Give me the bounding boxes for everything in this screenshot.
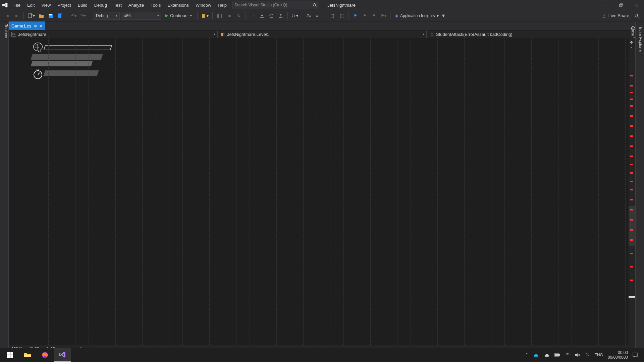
- tray-language-indicator[interactable]: ENG: [594, 353, 603, 357]
- next-bookmark-button[interactable]: ⚑: [370, 12, 378, 20]
- vertical-scrollbar[interactable]: ✥ ▴: [629, 38, 635, 345]
- start-button[interactable]: [1, 348, 19, 362]
- intellitrace-button[interactable]: ▾: [290, 12, 299, 20]
- quick-launch-search[interactable]: Search Visual Studio (Ctrl+Q): [232, 1, 319, 9]
- toolbox-collapsed-tab[interactable]: Toolbox: [0, 21, 9, 352]
- error-marker[interactable]: [630, 125, 633, 127]
- stop-debug-button[interactable]: ■: [225, 12, 233, 20]
- tray-wifi-icon[interactable]: [565, 353, 570, 357]
- menu-project[interactable]: Project: [54, 0, 74, 10]
- error-marker[interactable]: [630, 92, 633, 93]
- menu-test[interactable]: Test: [110, 0, 125, 10]
- tray-overflow-icon[interactable]: ˄: [526, 352, 528, 358]
- window-close-button[interactable]: [629, 0, 644, 10]
- svg-rect-20: [7, 355, 10, 358]
- solution-platform-dropdown[interactable]: x86: [121, 12, 161, 20]
- menu-edit[interactable]: Edit: [24, 0, 38, 10]
- error-marker[interactable]: [630, 156, 633, 157]
- live-share-button[interactable]: Live Share: [602, 13, 629, 18]
- error-marker[interactable]: [630, 266, 633, 267]
- error-marker[interactable]: [630, 172, 633, 174]
- undo-button[interactable]: ↶▾: [70, 12, 78, 20]
- window-minimize-button[interactable]: [598, 0, 613, 10]
- class-navigator[interactable]: ◧ JefsNightmare.Level1: [218, 31, 427, 38]
- editor-tab-active[interactable]: Game1.cs ⊕ ×: [9, 21, 45, 30]
- menu-help[interactable]: Help: [214, 0, 230, 10]
- clear-bookmarks-button[interactable]: ⚑▾: [379, 12, 387, 20]
- break-all-button[interactable]: ❚❚: [215, 12, 224, 20]
- error-marker[interactable]: [630, 115, 633, 117]
- error-marker[interactable]: [630, 219, 633, 221]
- nav-forward-button[interactable]: ►: [13, 12, 21, 20]
- open-file-button[interactable]: [37, 12, 45, 20]
- team-explorer-collapsed-tab[interactable]: Team Explorer: [637, 24, 644, 350]
- uncomment-button[interactable]: ≡: [314, 12, 322, 20]
- save-all-button[interactable]: [56, 12, 64, 20]
- error-marker[interactable]: [630, 229, 633, 231]
- error-marker[interactable]: [630, 189, 633, 190]
- menu-analyze[interactable]: Analyze: [125, 0, 147, 10]
- application-insights-label: Application Insights: [400, 13, 435, 18]
- nav-back-button[interactable]: ◄: [3, 12, 11, 20]
- toggle-ww-button[interactable]: ⬚: [337, 12, 345, 20]
- tray-action-center-icon[interactable]: [633, 353, 638, 357]
- error-marker[interactable]: [630, 75, 633, 76]
- solution-config-dropdown[interactable]: Debug: [93, 12, 120, 20]
- editor-canvas[interactable]: [28, 38, 629, 345]
- error-marker[interactable]: [630, 99, 633, 100]
- close-tab-icon[interactable]: ×: [40, 23, 42, 28]
- tray-connect-icon[interactable]: [585, 353, 590, 357]
- menu-build[interactable]: Build: [74, 0, 91, 10]
- step-over-button[interactable]: [267, 12, 275, 20]
- tray-battery-icon[interactable]: [554, 353, 560, 357]
- error-marker[interactable]: [630, 164, 633, 165]
- step-into-button[interactable]: [258, 12, 266, 20]
- namespace-navigator[interactable]: C# JefsNightmare: [9, 31, 218, 38]
- tray-volume-muted-icon[interactable]: [575, 353, 580, 357]
- error-marker[interactable]: [630, 239, 633, 241]
- error-marker[interactable]: [630, 209, 633, 210]
- error-marker[interactable]: [630, 253, 633, 254]
- save-button[interactable]: [47, 12, 55, 20]
- application-insights-button[interactable]: ◈ Application Insights ▾: [393, 12, 441, 20]
- comment-out-button[interactable]: //≡: [305, 12, 313, 20]
- tray-clock[interactable]: 00:00 00/00/0000: [608, 350, 628, 360]
- error-marker[interactable]: [630, 145, 633, 147]
- restart-debug-button[interactable]: ↻: [235, 12, 243, 20]
- new-item-button[interactable]: ✚▾: [26, 12, 36, 20]
- taskbar-firefox[interactable]: [36, 348, 54, 362]
- tray-cloud-icon[interactable]: [543, 353, 549, 357]
- menu-view[interactable]: View: [38, 0, 54, 10]
- step-out-button[interactable]: [277, 12, 285, 20]
- member-navigator[interactable]: ◻ StudentAttack(ErrorAssault badCoding): [427, 31, 635, 38]
- split-editor-icon[interactable]: ✥: [630, 40, 633, 45]
- scroll-up-icon[interactable]: ▴: [631, 46, 632, 49]
- account-button[interactable]: [633, 12, 641, 20]
- pin-tab-icon[interactable]: ⊕: [34, 24, 37, 28]
- menu-window[interactable]: Window: [192, 0, 214, 10]
- menu-file[interactable]: File: [10, 0, 24, 10]
- error-marker[interactable]: [630, 280, 633, 281]
- error-marker[interactable]: [630, 105, 633, 107]
- taskbar-file-explorer[interactable]: [19, 348, 36, 362]
- tray-onedrive-icon[interactable]: [533, 353, 539, 357]
- menu-debug[interactable]: Debug: [91, 0, 110, 10]
- stopwatch-icon: [32, 68, 44, 80]
- error-marker[interactable]: [630, 135, 633, 137]
- error-marker[interactable]: [630, 181, 633, 182]
- taskbar-visual-studio[interactable]: [54, 348, 71, 362]
- window-restore-button[interactable]: [613, 0, 629, 10]
- prev-bookmark-button[interactable]: ⚑: [361, 12, 369, 20]
- svg-rect-18: [7, 352, 10, 355]
- menu-extensions[interactable]: Extensions: [164, 0, 192, 10]
- show-next-statement-button[interactable]: →: [249, 12, 257, 20]
- error-marker[interactable]: [630, 85, 633, 86]
- menu-tools[interactable]: Tools: [147, 0, 164, 10]
- error-marker[interactable]: [630, 199, 633, 200]
- continue-debug-button[interactable]: ▶ Continue: [163, 12, 195, 20]
- indent-guide: [35, 38, 35, 345]
- find-in-files-button[interactable]: ▾: [200, 12, 210, 20]
- bookmark-button[interactable]: ⚑: [351, 12, 359, 20]
- redo-button[interactable]: ↷▾: [79, 12, 87, 20]
- toggle-ws-button[interactable]: ⬚: [328, 12, 336, 20]
